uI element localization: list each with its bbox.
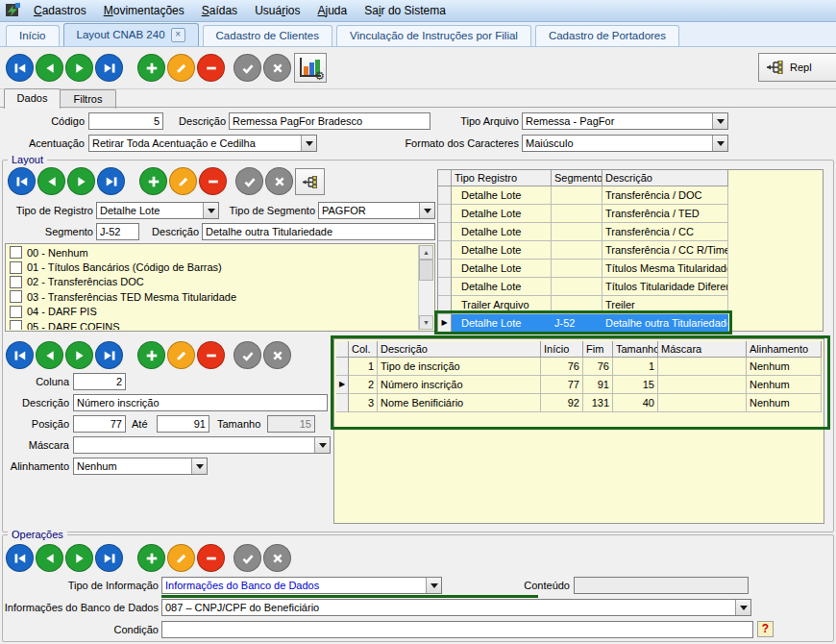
dropdown-arrow-icon[interactable] [314,437,330,453]
grid-header-cell[interactable]: Tamanho [613,341,658,358]
record-grid-row[interactable]: Detalhe LoteTransferência / CC R/Time [438,241,728,260]
nav-cancel-button[interactable] [263,54,291,82]
dropdown-arrow-icon[interactable] [735,600,750,615]
nav-add-button[interactable] [137,544,165,572]
checkbox[interactable] [10,246,22,259]
menu-item-ajuda[interactable]: Ajuda [308,4,356,17]
checkbox[interactable] [10,290,22,303]
nav-add-button[interactable] [139,167,167,195]
columns-grid-row[interactable]: 1Tipo de inscrição76761Nenhum [336,358,822,376]
record-grid-row[interactable]: ▶Detalhe LoteJ-52Detalhe outra Titularie… [438,314,728,333]
nav-last-button[interactable] [95,341,123,369]
posicao-input[interactable] [73,415,126,433]
nav-first-button[interactable] [6,341,34,369]
checkbox[interactable] [10,306,22,318]
chart-settings-button[interactable]: ⚙ [294,53,327,83]
record-grid-row[interactable]: Detalhe LoteTítulos Mesma Titularidade [438,260,728,278]
segmento-descricao-input[interactable] [202,223,435,240]
dropdown-arrow-icon[interactable] [301,136,316,151]
tab-cadastro-de-portadores[interactable]: Cadastro de Portadores [535,25,679,46]
coluna-descricao-input[interactable] [73,394,328,411]
grid-header-cell[interactable]: Máscara [658,341,747,358]
nav-delete-button[interactable] [197,544,225,572]
nav-first-button[interactable] [6,54,34,82]
scroll-down-icon[interactable]: ▼ [419,315,433,330]
nav-delete-button[interactable] [199,167,227,195]
checkbox[interactable] [10,320,22,330]
nav-cancel-button[interactable] [263,544,291,572]
nav-confirm-button[interactable] [234,54,261,82]
segment-option-row[interactable]: 04 - DARF PIS [7,305,418,319]
acentuacao-select[interactable]: Retirar Toda Acentuação e Cedilha [88,135,317,152]
nav-previous-button[interactable] [36,544,63,572]
nav-confirm-button[interactable] [234,341,261,369]
grid-header-cell[interactable]: Descrição [378,341,541,358]
tab-close-icon[interactable]: × [171,28,185,42]
tab-in-cio[interactable]: Início [6,25,60,46]
nav-edit-button[interactable] [169,167,197,195]
condicao-input[interactable] [161,621,753,638]
nav-add-button[interactable] [137,54,165,82]
columns-grid-row[interactable]: 3Nome Benificiário9213140Nenhum [336,394,822,412]
nav-previous-button[interactable] [36,341,63,369]
grid-header-cell[interactable]: Início [541,341,583,358]
nav-next-button[interactable] [65,341,93,369]
dropdown-arrow-icon[interactable] [426,578,441,593]
dropdown-arrow-icon[interactable] [203,203,218,218]
dropdown-arrow-icon[interactable] [712,136,727,151]
nav-confirm-button[interactable] [235,167,263,195]
record-grid-row[interactable]: Detalhe LoteTransferência / CC [438,223,728,241]
nav-cancel-button[interactable] [265,167,293,195]
nav-add-button[interactable] [137,341,165,369]
tipo-informacao-select[interactable]: Informações do Banco de Dados [161,577,442,594]
record-grid-row[interactable]: Detalhe LoteTítulos Titularidade Diferen… [438,278,728,296]
scrollbar[interactable]: ▲ ▼ [418,245,433,330]
tab-cadastro-de-clientes[interactable]: Cadastro de Clientes [203,25,332,46]
nav-last-button[interactable] [97,167,125,195]
subtab-filtros[interactable]: Filtros [60,89,116,109]
scroll-up-icon[interactable]: ▲ [419,245,433,260]
nav-confirm-button[interactable] [234,544,261,572]
nav-previous-button[interactable] [36,54,63,82]
nav-cancel-button[interactable] [263,341,291,369]
record-grid-row[interactable]: Detalhe LoteTransferência / TED [438,205,728,223]
nav-last-button[interactable] [95,54,123,82]
dropdown-arrow-icon[interactable] [419,203,434,218]
grid-header-cell[interactable]: Segmento [552,170,602,186]
segment-option-row[interactable]: 03 - Transferências TED Mesma Titularida… [7,289,418,304]
segmento-input[interactable] [96,223,139,240]
nav-edit-button[interactable] [167,544,195,572]
alinhamento-select[interactable]: Nenhum [73,458,208,475]
layout-replicate-button[interactable] [295,168,325,195]
nav-previous-button[interactable] [37,167,65,195]
tab-layout-cnab-240[interactable]: Layout CNAB 240× [63,23,199,46]
segment-option-row[interactable]: 05 - DARF COFINS [7,319,418,330]
nav-next-button[interactable] [65,54,93,82]
nav-first-button[interactable] [6,544,34,572]
nav-last-button[interactable] [95,544,123,572]
nav-next-button[interactable] [67,167,95,195]
tipo-segmento-select[interactable]: PAGFOR [318,202,435,219]
coluna-input[interactable] [73,373,126,390]
menu-item-cadastros[interactable]: Cadastros [25,4,95,17]
grid-header-cell[interactable]: Tipo Registro [452,170,552,186]
nav-edit-button[interactable] [167,54,195,82]
menu-item-sa-das[interactable]: Saídas [193,4,246,17]
grid-header-cell[interactable]: Col. [349,341,378,358]
record-grid-row[interactable]: Detalhe LoteTransferência / DOC [438,186,728,205]
replicate-button[interactable]: Repl [758,53,836,82]
columns-grid-row[interactable]: ▶2Número inscrição779115Nenhum [336,376,822,394]
mascara-select[interactable] [73,436,331,454]
nav-first-button[interactable] [8,167,36,195]
segment-option-row[interactable]: 01 - Títulos Bancários (Código de Barras… [7,260,418,274]
checkbox[interactable] [10,261,22,274]
nav-delete-button[interactable] [197,341,225,369]
segment-option-row[interactable]: 02 - Transferências DOC [7,275,418,289]
tab-vincula-o-de-instru-es-por-filial[interactable]: Vinculação de Instruções por Filial [336,25,531,46]
formato-caracteres-select[interactable]: Maiúsculo [522,135,728,152]
menu-item-movimenta-es[interactable]: Movimentações [95,4,193,17]
scroll-thumb[interactable] [419,260,433,281]
tipo-registro-select[interactable]: Detalhe Lote [96,202,219,219]
record-grid-row[interactable]: Trailer ArquivoTreiler [438,296,728,314]
subtab-dados[interactable]: Dados [4,88,61,109]
